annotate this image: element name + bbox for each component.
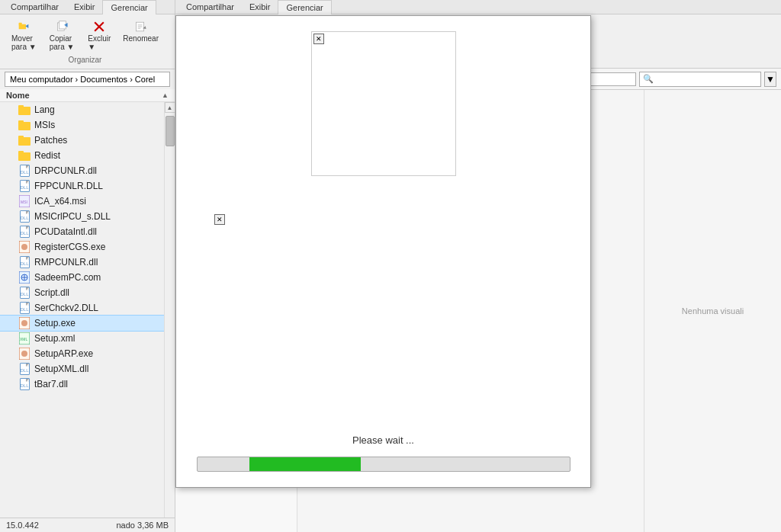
item-name: SadeemPC.com [34,272,101,283]
delete-icon [93,21,105,33]
sort-arrow-icon: ▲ [162,91,169,99]
delete-button[interactable]: Excluir ▼ [82,18,116,54]
file-explorer-window: Compartilhar Exibir Gerenciar [0,0,175,532]
dll-file-icon: DLL [18,256,31,268]
modal-progress-area: Please wait ... [191,419,575,472]
item-name: Setup.xml [34,333,75,344]
ribbon-content: Mover para ▼ Copiar para ▼ [0,14,175,69]
file-list-header: Nome ▲ [0,89,175,102]
msi-file-icon: MSI [18,195,31,207]
scroll-up-arrow[interactable]: ▲ [165,102,175,113]
item-name: Lang [34,104,55,115]
list-item[interactable]: DLL DRPCUNLR.dll [0,163,164,178]
modal-dialog: ✕ ✕ Please wait ... [175,15,591,488]
progress-bar-fill [249,457,361,471]
list-item[interactable]: DLL PCUDataIntl.dll [0,224,164,239]
copy-icon [56,21,69,33]
list-item[interactable]: RegisterCGS.exe [0,239,164,255]
dll-file-icon: DLL [18,378,31,390]
exe-file-icon [18,348,31,360]
dll-file-icon: DLL [18,210,31,223]
column-header-name: Nome [6,91,162,100]
main-tab-exibir[interactable]: Exibir [242,0,278,14]
item-name: SetupXML.dll [34,364,88,374]
address-text: Meu computador › Documentos › Corel [10,75,155,84]
main-ribbon-tabs: Compartilhar Exibir Gerenciar [175,0,781,14]
preview-panel: Nenhuma visuali [644,90,781,532]
svg-rect-0 [19,24,26,30]
vertical-scrollbar[interactable]: ▲ [164,102,175,518]
modal-close-x-top[interactable]: ✕ [313,34,324,44]
list-item[interactable]: DLL Script.dll [0,285,164,300]
status-size: nado 3,36 MB [117,521,169,530]
dll-file-icon: DLL [18,165,31,177]
ribbon-buttons: Mover para ▼ Copiar para ▼ [6,18,164,54]
ribbon-group-organizar: Mover para ▼ Copiar para ▼ [6,18,169,66]
item-name: MSICrlPCU_s.DLL [34,211,111,222]
dll-file-icon: DLL [18,302,31,314]
move-icon [18,21,31,33]
list-item[interactable]: DLL MSICrlPCU_s.DLL [0,209,164,224]
modal-small-icon-row: ✕ [191,214,575,225]
item-name: FPPCUNLR.DLL [34,181,103,191]
ribbon-tabs: Compartilhar Exibir Gerenciar [0,0,175,14]
list-item[interactable]: SadeemPC.com [0,270,164,285]
exe-file-icon [18,317,31,329]
list-item[interactable]: XML Setup.xml [0,331,164,346]
item-name: tBar7.dll [34,379,68,389]
list-item[interactable]: MSIs [0,117,164,133]
exe-file-icon [18,241,31,253]
status-bar: 15.0.442 nado 3,36 MB [0,518,175,532]
list-item-setup-exe[interactable]: Setup.exe [0,316,164,331]
move-button[interactable]: Mover para ▼ [6,18,43,54]
dll-file-icon: DLL [18,363,31,375]
svg-text:MSI: MSI [21,200,27,204]
ribbon: Compartilhar Exibir Gerenciar [0,0,175,69]
list-item[interactable]: DLL FPPCUNLR.DLL [0,178,164,194]
folder-icon [18,134,31,146]
svg-point-22 [21,320,27,326]
item-name: Setup.exe [34,318,76,328]
rename-button[interactable]: Renomear [117,18,164,54]
dll-file-icon: DLL [18,180,31,192]
tab-gerenciar[interactable]: Gerenciar [102,0,156,14]
item-name: Redist [34,150,60,161]
item-name: Script.dll [34,287,69,298]
folder-icon [18,119,31,131]
main-tab-gerenciar[interactable]: Gerenciar [278,0,331,14]
list-item[interactable]: DLL SerChckv2.DLL [0,300,164,316]
file-list-container: Lang MSIs Patches Redist [0,102,175,518]
scroll-thumb[interactable] [166,116,175,146]
main-search-box[interactable]: 🔍 [639,72,761,87]
item-name: SetupARP.exe [34,348,93,359]
svg-rect-1 [19,23,22,25]
search-placeholder: 🔍 [643,74,654,84]
ribbon-group-label: Organizar [69,56,102,64]
list-item-patches[interactable]: Patches [0,133,164,148]
list-item[interactable]: DLL tBar7.dll [0,377,164,392]
main-tab-compartilhar[interactable]: Compartilhar [178,0,242,14]
tab-exibir[interactable]: Exibir [66,0,103,14]
modal-close-x-small[interactable]: ✕ [214,214,225,225]
folder-icon [18,149,31,162]
modal-wait-text: Please wait ... [352,434,414,446]
svg-text:XML: XML [20,337,28,341]
tab-compartilhar[interactable]: Compartilhar [3,0,66,14]
xml-file-icon: XML [18,332,31,345]
list-item[interactable]: DLL RMPCUNLR.dll [0,255,164,270]
list-item[interactable]: DLL SetupXML.dll [0,361,164,377]
list-item[interactable]: Lang [0,102,164,117]
item-name: ICA_x64.msi [34,196,86,207]
file-list-scroll[interactable]: Lang MSIs Patches Redist [0,102,164,518]
web-file-icon [18,271,31,284]
list-item[interactable]: SetupARP.exe [0,346,164,361]
rename-icon [135,21,147,33]
item-name: RMPCUNLR.dll [34,257,98,268]
list-item[interactable]: MSI ICA_x64.msi [0,194,164,209]
list-item[interactable]: Redist [0,148,164,163]
progress-bar-container [197,457,570,472]
address-bar[interactable]: Meu computador › Documentos › Corel [5,72,170,87]
status-version: 15.0.442 [6,521,39,530]
dropdown-button[interactable]: ▼ [764,72,776,87]
copy-button[interactable]: Copiar para ▼ [44,18,82,54]
